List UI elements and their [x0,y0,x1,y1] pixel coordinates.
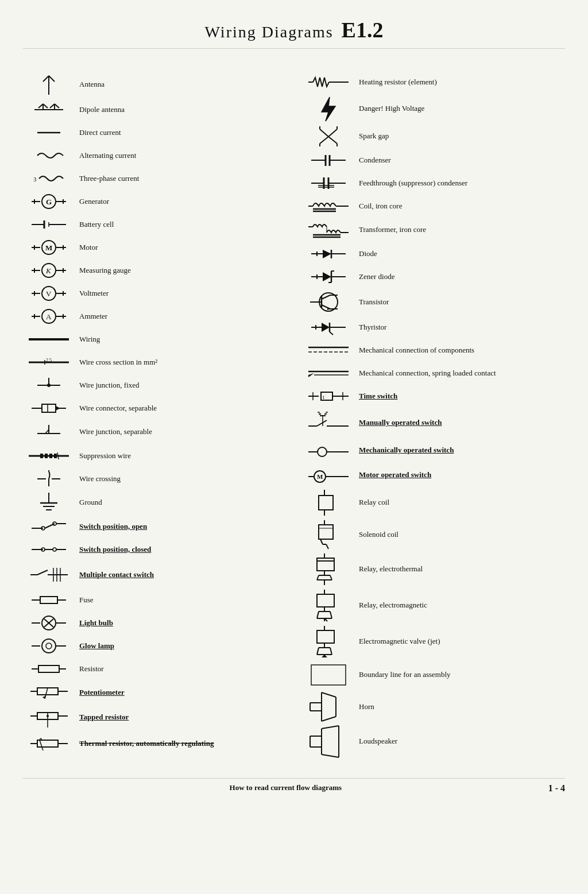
thermal-resistor-symbol [23,732,75,755]
mech-spring-symbol [303,365,354,382]
ground-label: Ground [75,498,285,508]
motor-symbol: M [23,239,75,256]
footer-page: 1 - 4 [548,783,565,794]
svg-rect-54 [42,404,56,412]
svg-line-125 [328,137,337,144]
svg-rect-206 [319,525,333,539]
page-footer: How to read current flow diagrams 1 - 4 [23,778,565,792]
svg-text:2.5: 2.5 [46,358,52,363]
svg-line-164 [322,295,330,299]
mech-spring-label: Mechanical connection, spring loaded con… [354,369,565,378]
tapped-resistor-symbol [23,707,75,727]
svg-marker-170 [322,323,330,332]
list-item: Alternating current [23,145,285,166]
heating-resistor-symbol [303,75,354,90]
electromagnetic-valve-label: Electromagnetic valve (jet) [354,637,565,647]
wire-junction-fixed-label: Wire junction, fixed [75,381,285,390]
manually-operated-symbol [303,410,354,436]
voltmeter-symbol: V [23,285,75,302]
list-item: Switch position, open [23,516,285,537]
list-item: Electromagnetic valve (jet) [303,625,565,659]
wiring-symbol [23,334,75,345]
svg-line-234 [330,648,332,655]
heating-resistor-label: Heating resistor (element) [354,78,565,87]
page-code: E1.2 [342,18,384,42]
list-item: V Voltmeter [23,283,285,304]
switch-open-label: Switch position, open [75,522,285,532]
svg-line-224 [317,612,319,618]
suppression-wire-label: Suppression wire [75,451,285,461]
horn-symbol [303,692,354,721]
svg-line-239 [322,692,336,697]
motor-label: Motor [75,243,285,253]
main-content: Antenna Dipole antenna [23,72,565,761]
svg-line-166 [322,305,330,309]
svg-text:3: 3 [33,176,37,183]
list-item: Switch position, closed [23,539,285,560]
list-item: Mechanically operated switch [303,439,565,462]
svg-line-8 [50,104,55,108]
list-item: Wire connector, separable [23,398,285,419]
glow-lamp-label: Glow lamp [75,641,285,651]
svg-line-233 [317,648,319,655]
mechanically-operated-label: Mechanically operated switch [354,446,565,455]
svg-rect-91 [40,597,57,603]
manually-operated-label: Manually operated switch [354,418,565,428]
switch-open-symbol [23,518,75,535]
list-item: Loudspeaker [303,725,565,758]
list-item: Zener diode [303,266,565,287]
thermal-resistor-label: Thermal resistor, automatically regulati… [75,739,285,749]
wire-connector-symbol [23,400,75,417]
list-item: Wire junction, fixed [23,375,285,396]
svg-line-5 [38,104,43,108]
transistor-symbol [303,291,354,314]
list-item: Wire crossing [23,469,285,489]
time-switch-symbol: t [303,388,354,405]
svg-line-122 [320,129,328,137]
svg-rect-103 [38,665,59,672]
list-item: 3 Three-phase current [23,168,285,189]
loudspeaker-label: Loudspeaker [354,737,565,746]
list-item: Spark gap [303,125,565,148]
svg-line-9 [55,104,59,108]
zener-diode-label: Zener diode [354,272,565,282]
svg-line-119 [40,740,43,750]
svg-point-100 [46,643,52,649]
list-item: G Generator [23,191,285,212]
svg-marker-109 [42,696,47,699]
multiple-contact-label: Multiple contact switch [75,570,285,580]
boundary-line-label: Boundary line for an assembly [354,670,565,680]
three-phase-label: Three-phase current [75,174,285,184]
list-item: Suppression wire [23,446,285,466]
spark-gap-label: Spark gap [354,131,565,141]
list-item: Fuse [23,590,285,610]
list-item: t Time switch [303,386,565,407]
svg-text:K: K [45,266,52,275]
svg-text:V: V [46,289,52,298]
svg-line-124 [328,129,337,137]
list-item: Multiple contact switch [23,562,285,587]
svg-rect-237 [311,665,346,685]
list-item: Transformer, iron core [303,219,565,241]
transformer-label: Transformer, iron core [354,225,565,235]
list-item: Wire junction, separable [23,421,285,443]
high-voltage-label: Danger! High Voltage [354,104,565,114]
list-item: Resistor [23,659,285,679]
list-item: Direct current [23,122,285,143]
list-item: Mechanical connection, spring loaded con… [303,363,565,384]
list-item: Mechanical connection of components [303,340,565,361]
svg-text:A: A [46,312,52,321]
solenoid-coil-label: Solenoid coil [354,530,565,540]
light-bulb-symbol [23,614,75,632]
voltmeter-label: Voltmeter [75,289,285,299]
footer-text: How to read current flow diagrams [230,783,342,792]
svg-marker-57 [56,406,60,411]
svg-text:M: M [317,473,323,480]
spark-gap-symbol [303,126,354,146]
svg-point-52 [47,384,51,387]
high-voltage-symbol [303,96,354,122]
svg-line-207 [320,539,323,544]
measuring-gauge-label: Measuring gauge [75,266,285,276]
transformer-symbol [303,220,354,240]
svg-line-123 [320,137,328,144]
